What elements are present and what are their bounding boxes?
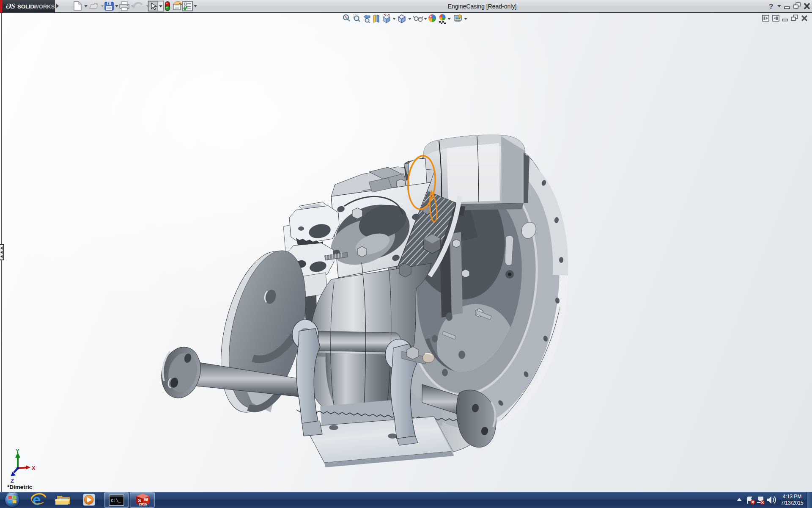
svg-text:ƏS: ƏS <box>5 2 16 10</box>
svg-text:SOLID: SOLID <box>17 3 34 10</box>
svg-text:W: W <box>144 497 148 502</box>
svg-text:2015: 2015 <box>139 502 147 506</box>
svg-text:?: ? <box>769 3 773 11</box>
svg-text:Z: Z <box>11 478 14 484</box>
svg-text:X: X <box>32 465 36 471</box>
svg-text:WORKS: WORKS <box>33 3 55 10</box>
svg-text:C:\_: C:\_ <box>111 499 121 503</box>
